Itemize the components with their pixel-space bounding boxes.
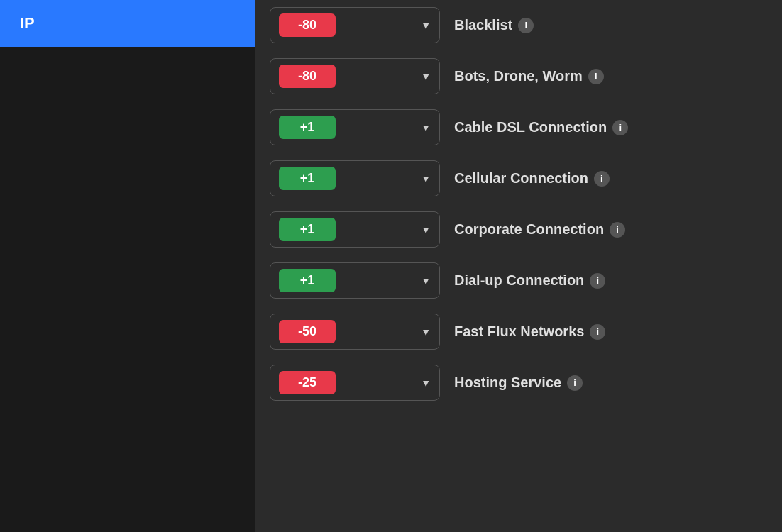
info-icon[interactable]: i xyxy=(610,222,625,238)
score-dropdown-6[interactable]: -50▼ xyxy=(270,314,440,350)
chevron-down-icon: ▼ xyxy=(421,377,431,389)
row-label: Corporate Connectioni xyxy=(454,221,625,238)
row-label: Blacklisti xyxy=(454,17,534,33)
score-dropdown-5[interactable]: +1▼ xyxy=(270,262,440,299)
chevron-down-icon: ▼ xyxy=(421,224,431,235)
row-label-text: Bots, Drone, Worm xyxy=(454,68,583,84)
info-icon[interactable]: i xyxy=(590,324,605,340)
score-dropdown-1[interactable]: -80▼ xyxy=(270,58,440,94)
info-icon[interactable]: i xyxy=(590,273,605,289)
info-icon[interactable]: i xyxy=(612,120,628,135)
row-label: Cellular Connectioni xyxy=(454,170,610,187)
row-label-text: Cable DSL Connection xyxy=(454,119,607,135)
row-label: Bots, Drone, Wormi xyxy=(454,68,604,84)
row-label: Fast Flux Networksi xyxy=(454,323,605,340)
info-icon[interactable]: i xyxy=(594,171,610,187)
score-badge: +1 xyxy=(279,269,336,292)
table-row: +1▼Cable DSL Connectioni xyxy=(270,102,768,153)
score-badge: -25 xyxy=(279,371,336,394)
info-icon[interactable]: i xyxy=(588,69,604,84)
row-label: Hosting Servicei xyxy=(454,375,583,391)
info-icon[interactable]: i xyxy=(567,375,583,391)
main-content: -80▼Blacklisti-80▼Bots, Drone, Wormi+1▼C… xyxy=(255,0,782,532)
score-badge: +1 xyxy=(279,116,336,139)
table-row: +1▼Dial-up Connectioni xyxy=(270,255,768,306)
score-dropdown-4[interactable]: +1▼ xyxy=(270,211,440,248)
table-row: -80▼Bots, Drone, Wormi xyxy=(270,51,768,102)
sidebar: IP xyxy=(0,0,255,532)
score-badge: +1 xyxy=(279,167,336,190)
score-badge: -80 xyxy=(279,13,336,37)
row-label-text: Fast Flux Networks xyxy=(454,323,584,340)
table-row: +1▼Cellular Connectioni xyxy=(270,153,768,204)
table-row: -80▼Blacklisti xyxy=(270,0,768,51)
chevron-down-icon: ▼ xyxy=(421,20,431,31)
table-row: -50▼Fast Flux Networksi xyxy=(270,306,768,358)
row-label: Dial-up Connectioni xyxy=(454,272,605,289)
score-badge: -50 xyxy=(279,320,336,343)
score-badge: -80 xyxy=(279,65,336,88)
chevron-down-icon: ▼ xyxy=(421,71,431,82)
row-label-text: Dial-up Connection xyxy=(454,272,584,289)
row-label-text: Blacklist xyxy=(454,17,512,33)
score-dropdown-2[interactable]: +1▼ xyxy=(270,109,440,145)
score-badge: +1 xyxy=(279,218,336,241)
chevron-down-icon: ▼ xyxy=(421,122,431,133)
chevron-down-icon: ▼ xyxy=(421,326,431,338)
row-label-text: Hosting Service xyxy=(454,375,561,391)
score-dropdown-0[interactable]: -80▼ xyxy=(270,7,440,43)
row-label-text: Cellular Connection xyxy=(454,170,588,187)
row-label: Cable DSL Connectioni xyxy=(454,119,628,135)
info-icon[interactable]: i xyxy=(518,18,534,33)
chevron-down-icon: ▼ xyxy=(421,275,431,287)
sidebar-ip-label: IP xyxy=(20,14,35,33)
sidebar-item-ip[interactable]: IP xyxy=(0,0,255,47)
chevron-down-icon: ▼ xyxy=(421,173,431,184)
score-dropdown-7[interactable]: -25▼ xyxy=(270,365,440,401)
row-label-text: Corporate Connection xyxy=(454,221,604,238)
score-dropdown-3[interactable]: +1▼ xyxy=(270,160,440,196)
table-row: -25▼Hosting Servicei xyxy=(270,358,768,409)
table-row: +1▼Corporate Connectioni xyxy=(270,204,768,255)
